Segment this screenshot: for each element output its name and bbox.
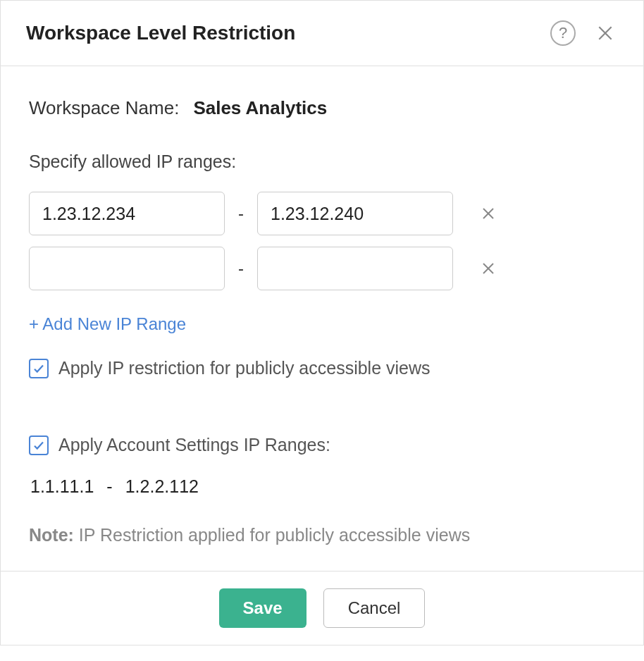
account-ip-from: 1.1.11.1: [30, 476, 94, 497]
public-views-checkbox-label: Apply IP restriction for publicly access…: [58, 358, 431, 378]
help-icon-glyph: ?: [559, 24, 567, 42]
dialog-body: Workspace Name: Sales Analytics Specify …: [1, 66, 643, 571]
remove-range-icon[interactable]: [476, 256, 501, 281]
header-actions: ?: [550, 20, 618, 46]
note-text: IP Restriction applied for publicly acce…: [74, 525, 470, 545]
ip-to-input[interactable]: [257, 247, 453, 290]
dialog-title: Workspace Level Restriction: [26, 22, 295, 44]
workspace-name-value: Sales Analytics: [193, 97, 327, 119]
save-button[interactable]: Save: [219, 588, 306, 628]
ip-from-input[interactable]: [29, 247, 225, 290]
close-icon[interactable]: [593, 20, 618, 46]
account-ip-to: 1.2.2.112: [125, 476, 199, 497]
workspace-name-label: Workspace Name:: [29, 97, 179, 119]
ip-range-row: -: [29, 192, 615, 235]
workspace-name-row: Workspace Name: Sales Analytics: [29, 97, 615, 119]
public-views-checkbox-row: Apply IP restriction for publicly access…: [29, 358, 615, 378]
ip-from-input[interactable]: [29, 192, 225, 235]
add-ip-range-link[interactable]: + Add New IP Range: [29, 314, 186, 334]
dialog-header: Workspace Level Restriction ?: [1, 1, 643, 66]
ip-range-row: -: [29, 247, 615, 290]
ip-to-input[interactable]: [257, 192, 453, 235]
public-views-checkbox[interactable]: [29, 359, 49, 378]
ip-ranges-label: Specify allowed IP ranges:: [29, 152, 615, 172]
dialog-footer: Save Cancel: [1, 571, 643, 645]
note-row: Note: IP Restriction applied for publicl…: [29, 525, 615, 545]
account-ip-range: 1.1.11.1 - 1.2.2.112: [30, 476, 615, 497]
ip-range-dash: -: [235, 204, 247, 223]
account-ip-dash: -: [106, 476, 112, 497]
remove-range-icon[interactable]: [476, 201, 501, 226]
cancel-button[interactable]: Cancel: [323, 588, 426, 628]
account-ranges-checkbox-label: Apply Account Settings IP Ranges:: [58, 435, 330, 455]
account-ranges-checkbox-row: Apply Account Settings IP Ranges:: [29, 435, 615, 455]
ip-range-dash: -: [235, 259, 247, 278]
workspace-restriction-dialog: Workspace Level Restriction ? Workspace …: [0, 0, 644, 645]
note-label: Note:: [29, 525, 74, 545]
help-icon[interactable]: ?: [550, 20, 576, 46]
account-ranges-checkbox[interactable]: [29, 435, 49, 455]
